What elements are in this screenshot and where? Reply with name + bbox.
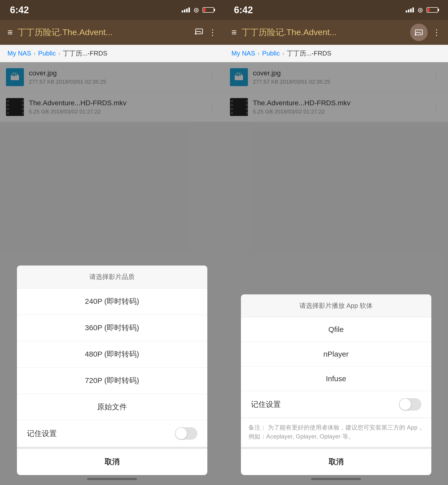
right-app-qfile[interactable]: Qfile (241, 317, 431, 342)
right-nav-title: 丁丁历险记.The.Advent... (242, 27, 405, 38)
left-quality-480p[interactable]: 480P (即时转码) (17, 341, 207, 368)
left-remember-label: 记住设置 (27, 429, 57, 439)
left-nav-title: 丁丁历险记.The.Advent... (18, 27, 190, 38)
right-app-nplayer[interactable]: nPlayer (241, 342, 431, 367)
left-status-time: 6:42 (10, 5, 29, 15)
right-note-text: 备注： 为了能有更好的使用者体验，建议您可安装第三方的 App，例如：Acepl… (241, 418, 431, 447)
left-quality-720p[interactable]: 720P (即时转码) (17, 368, 207, 394)
right-bc-current: 丁丁历...-FRDS (287, 49, 331, 58)
left-file-list: 🏔 cover.jpg 277.57 KB 2018/03/01 02:35:2… (0, 62, 224, 485)
left-bc-sep1: › (34, 50, 36, 57)
left-breadcrumb: My NAS › Public › 丁丁历...-FRDS (0, 45, 224, 62)
right-action-sheet: 请选择影片播放 App 软体 Qfile nPlayer Infuse 记住设置… (241, 294, 431, 475)
right-bc-mynas[interactable]: My NAS (231, 50, 255, 57)
right-status-icons: ⊛ (406, 6, 438, 14)
right-wifi-icon: ⊛ (417, 6, 423, 14)
left-status-icons: ⊛ (182, 6, 214, 14)
left-signal-icon (182, 7, 190, 12)
left-status-bar: 6:42 ⊛ (0, 0, 224, 20)
left-nav-bar: ≡ 丁丁历险记.The.Advent... ⋮ (0, 20, 224, 45)
left-home-indicator (87, 478, 137, 480)
right-sheet-title: 请选择影片播放 App 软体 (241, 294, 431, 317)
left-bc-current: 丁丁历...-FRDS (63, 49, 107, 58)
left-phone-panel: 6:42 ⊛ ≡ 丁丁历险记.The.Advent... ⋮ (0, 0, 224, 485)
left-cast-icon[interactable] (195, 27, 204, 38)
right-remember-toggle[interactable] (399, 398, 421, 411)
right-cast-button[interactable] (410, 24, 428, 41)
right-signal-icon (406, 7, 414, 12)
left-bc-mynas[interactable]: My NAS (7, 50, 31, 57)
right-status-bar: 6:42 ⊛ (224, 0, 448, 20)
left-remember-row: 记住设置 (17, 420, 207, 447)
left-cancel-button[interactable]: 取消 (17, 447, 207, 475)
left-bc-public[interactable]: Public (38, 50, 56, 57)
right-status-time: 6:42 (234, 5, 253, 15)
right-home-indicator (311, 478, 361, 480)
right-file-list: 🏔 cover.jpg 277.57 KB 2018/03/01 02:35:2… (224, 62, 448, 485)
right-phone-panel: 6:42 ⊛ ≡ 丁丁历险记.The.Advent... ⋮ (224, 0, 448, 485)
right-cancel-button[interactable]: 取消 (241, 447, 431, 475)
left-menu-icon[interactable]: ≡ (7, 27, 13, 38)
left-bc-sep2: › (58, 50, 60, 57)
left-quality-240p[interactable]: 240P (即时转码) (17, 288, 207, 315)
right-bc-public[interactable]: Public (262, 50, 280, 57)
right-battery-icon (427, 7, 438, 13)
right-app-infuse[interactable]: Infuse (241, 367, 431, 391)
left-overlay: 请选择影片品质 240P (即时转码) 360P (即时转码) 480P (即时… (0, 62, 224, 485)
right-breadcrumb: My NAS › Public › 丁丁历...-FRDS (224, 45, 448, 62)
svg-point-1 (195, 33, 196, 35)
right-bc-sep2: › (282, 50, 284, 57)
right-bc-sep1: › (258, 50, 260, 57)
svg-point-3 (415, 34, 416, 36)
left-quality-original[interactable]: 原始文件 (17, 394, 207, 420)
left-toggle-knob (175, 428, 187, 439)
left-sheet-title: 请选择影片品质 (17, 266, 207, 288)
left-action-sheet: 请选择影片品质 240P (即时转码) 360P (即时转码) 480P (即时… (17, 266, 207, 475)
right-overlay: 请选择影片播放 App 软体 Qfile nPlayer Infuse 记住设置… (224, 62, 448, 485)
left-battery-icon (203, 7, 214, 13)
left-more-icon[interactable]: ⋮ (209, 28, 217, 37)
right-more-icon[interactable]: ⋮ (433, 28, 441, 37)
left-wifi-icon: ⊛ (193, 6, 199, 14)
right-menu-icon[interactable]: ≡ (231, 27, 237, 38)
right-remember-label: 记住设置 (251, 399, 281, 410)
right-nav-bar: ≡ 丁丁历险记.The.Advent... ⋮ (224, 20, 448, 45)
left-remember-toggle[interactable] (175, 427, 197, 440)
right-toggle-knob (399, 399, 411, 410)
left-quality-360p[interactable]: 360P (即时转码) (17, 315, 207, 341)
right-remember-row: 记住设置 (241, 391, 431, 418)
